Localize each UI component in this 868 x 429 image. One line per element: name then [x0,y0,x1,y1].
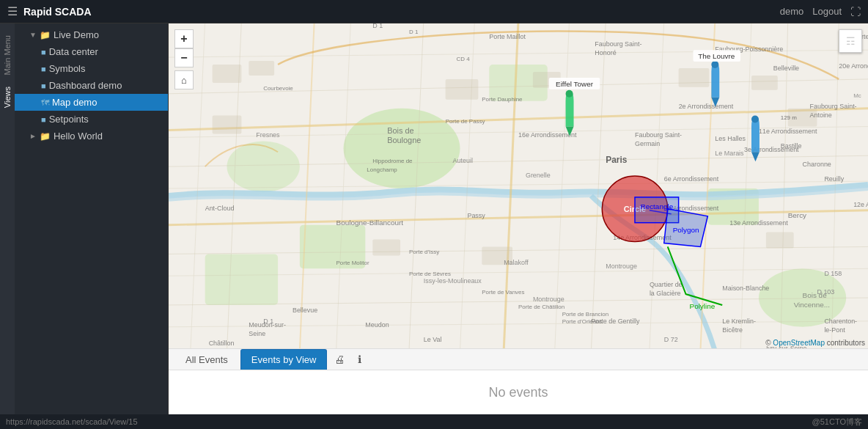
svg-text:Belleville: Belleville [773,65,799,72]
svg-text:D 1: D 1 [372,23,383,29]
svg-text:le-Pont: le-Pont [824,326,845,334]
logout-link[interactable]: Logout [812,6,842,17]
sidebar-item-label: Live Demo [54,29,99,40]
svg-text:Vincenne...: Vincenne... [794,301,830,309]
home-button[interactable]: ⌂ [174,70,194,89]
svg-text:Meudon-sur-: Meudon-sur- [249,321,286,329]
svg-rect-5 [205,254,278,305]
sidebar-item-live-demo[interactable]: ▼ 📁 Live Demo [15,26,168,43]
svg-text:Auteuil: Auteuil [453,157,473,164]
map-controls: + − ⌂ [174,29,194,89]
info-button[interactable]: ℹ [352,349,367,370]
svg-point-123 [566,90,573,98]
svg-text:Porte d'Issy: Porte d'Issy [409,249,439,255]
content-area: Bois de Boulogne Paris Boulogne-Billanco… [169,23,868,414]
sidebar-item-label: Map demo [52,97,97,108]
svg-text:12e Arrondissement: 12e Arrondissement [853,201,868,208]
svg-text:Bercy: Bercy [788,211,806,219]
page-icon: ■ [41,65,46,73]
svg-text:2e Arrondissement: 2e Arrondissement [679,103,734,110]
svg-text:la Glacière: la Glacière [650,290,681,297]
sidebar-item-data-center[interactable]: ■ Data center [15,43,168,60]
svg-rect-38 [751,76,778,90]
svg-point-127 [711,61,718,68]
svg-text:Fresnes: Fresnes [256,131,280,139]
attribution-suffix: contributors [827,339,865,347]
svg-text:Montrouge: Montrouge [606,263,637,270]
svg-text:Meudon: Meudon [365,321,389,329]
page-icon: ■ [41,115,46,124]
svg-text:20e Arrondissement: 20e Arrondissement [839,62,868,70]
svg-text:Quartier de: Quartier de [650,281,683,288]
svg-rect-35 [446,79,479,100]
zoom-in-button[interactable]: + [174,29,194,48]
attribution-symbol: © [765,339,770,347]
svg-text:Faubourg Saint-: Faubourg Saint- [595,40,641,48]
map-attribution: © OpenStreetMap contributors [765,339,865,347]
page-icon: ■ [41,81,46,90]
svg-text:Porte de Passy: Porte de Passy [446,118,485,125]
svg-text:Reuilly: Reuilly [824,175,844,183]
svg-rect-37 [679,68,710,87]
user-label: demo [780,6,804,17]
expand-icon: ► [29,132,37,140]
events-content: No events [169,370,868,414]
tabs-bar: All Events Events by View 🖨 ℹ [169,349,868,370]
svg-text:129 m: 129 m [781,114,797,121]
svg-point-1 [344,109,460,188]
svg-rect-39 [213,116,242,134]
svg-text:Montrouge: Montrouge [533,296,564,303]
svg-text:13e Arrondissement: 13e Arrondissement [729,219,788,227]
svg-point-6 [227,141,300,192]
svg-point-131 [751,116,759,123]
sidebar-item-label: Hello World [54,131,103,142]
svg-text:Malakoff: Malakoff [504,259,529,266]
main-layout: Main Menu Views ▼ 📁 Live Demo ■ Data cen… [0,23,868,414]
svg-text:Polyline: Polyline [690,302,716,310]
sidebar-item-symbols[interactable]: ■ Symbols [15,60,168,77]
fullscreen-icon[interactable]: ⛶ [850,6,861,18]
tab-events-by-view[interactable]: Events by View [240,349,328,370]
views-tab[interactable]: Views [1,82,13,112]
map-container[interactable]: Bois de Boulogne Paris Boulogne-Billanco… [169,23,868,348]
svg-text:11e Arrondissement: 11e Arrondissement [759,128,817,135]
hamburger-icon[interactable]: ☰ [7,4,18,18]
map-layer-control[interactable]: ☶ [839,29,862,53]
folder-icon: 📁 [40,131,51,142]
svg-text:Porte de Brancion: Porte de Brancion [562,311,609,318]
svg-text:CD 4: CD 4 [457,56,471,62]
openstreetmap-link[interactable]: OpenStreetMap [773,339,825,347]
svg-text:Bastille: Bastille [781,142,802,150]
svg-rect-41 [372,240,400,256]
sidebar-item-label: Dashboard demo [49,80,122,91]
no-events-text: No events [488,385,548,400]
sidebar-item-dashboard-demo[interactable]: ■ Dashboard demo [15,77,168,94]
svg-text:Bellevue: Bellevue [293,307,317,314]
topbar-right: demo Logout ⛶ [780,6,861,18]
svg-text:Antoine: Antoine [810,111,832,119]
watermark: @51CTO博客 [812,417,862,428]
tab-all-events[interactable]: All Events [174,349,239,370]
svg-text:D 103: D 103 [817,288,834,296]
svg-text:Issy-les-Moulineaux: Issy-les-Moulineaux [424,277,482,285]
svg-text:Boulogne: Boulogne [387,136,421,144]
main-menu-tab[interactable]: Main Menu [1,31,13,79]
sidebar-item-hello-world[interactable]: ► 📁 Hello World [15,128,168,144]
svg-text:Boulogne-Billancourt: Boulogne-Billancourt [336,219,404,227]
sidebar: ▼ 📁 Live Demo ■ Data center ■ Symbols ■ … [15,23,169,414]
sidebar-item-label: Data center [49,46,98,57]
print-button[interactable]: 🖨 [328,349,350,370]
sidebar-item-setpoints[interactable]: ■ Setpoints [15,111,168,128]
svg-text:Seine: Seine [249,330,265,337]
topbar: ☰ Rapid SCADA demo Logout ⛶ [0,0,868,23]
page-icon: ■ [41,48,46,56]
svg-text:D 72: D 72 [664,336,678,343]
zoom-out-button[interactable]: − [174,48,194,67]
svg-text:Bicêtre: Bicêtre [722,326,743,334]
svg-text:Le Kremlin-: Le Kremlin- [722,318,756,325]
svg-text:The Louvre: The Louvre [698,52,735,60]
sidebar-item-map-demo[interactable]: 🗺 Map demo [15,94,168,111]
sidebar-item-label: Symbols [49,63,86,74]
svg-text:Hippodrome de: Hippodrome de [372,158,413,164]
svg-text:Eiffel Tower: Eiffel Tower [556,80,594,88]
